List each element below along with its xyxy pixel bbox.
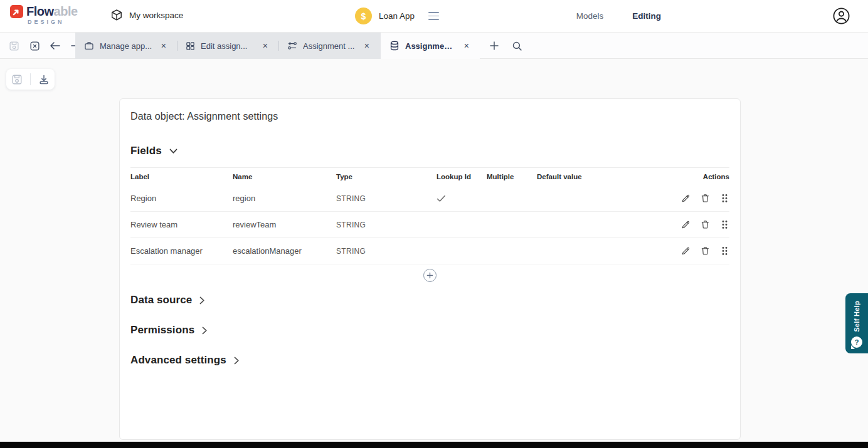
row-actions [672,246,729,256]
tabs-strip: Manage app... × Edit assign... × [75,33,381,59]
col-label: Label [130,173,233,180]
model-toolbar [6,69,55,90]
self-help-label: Self Help [853,301,860,332]
field-name: escalationManager [233,246,336,256]
user-avatar[interactable] [832,7,850,25]
drag-handle-icon[interactable] [719,194,729,204]
col-lookup-id: Lookup Id [437,173,487,180]
edit-field-icon[interactable] [680,220,691,230]
flowable-logo: Flowable DESIGN [10,4,92,25]
chevron-right-icon [202,326,208,335]
chevron-right-icon [199,296,205,305]
data-source-title: Data source [130,294,192,306]
self-help-tab[interactable]: Self Help ? [845,293,868,353]
delete-field-icon[interactable] [700,220,710,230]
advanced-settings-title: Advanced settings [130,354,226,367]
field-label: Review team [130,220,233,229]
delete-field-icon[interactable] [700,194,710,204]
save-model-icon[interactable] [9,71,25,88]
field-label: Escalation manager [130,246,233,256]
lookup-id-checkmark-icon [437,195,487,202]
close-all-tabs-icon[interactable] [28,39,41,52]
app-name: Loan App [379,11,415,21]
col-default-value: Default value [537,173,672,180]
tab-manage-app[interactable]: Manage app... × [75,33,177,59]
tab-assignment-process[interactable]: Assignment ... × [278,33,380,59]
field-type: STRING [336,194,437,203]
nav-models[interactable]: Models [576,11,604,21]
nav-editing[interactable]: Editing [632,11,661,21]
workspace-label: My workspace [129,11,183,20]
app-header: Flowable DESIGN My workspace $ Loan App … [0,0,868,33]
tab-actions [488,33,523,59]
field-label: Region [130,194,233,203]
field-type: STRING [336,247,437,256]
tab-edit-assignment[interactable]: Edit assign... × [177,33,278,59]
help-question-icon: ? [851,336,862,348]
row-actions [672,220,729,230]
table-row: Region region STRING [130,185,729,212]
briefcase-icon [84,41,94,51]
col-name: Name [233,173,336,180]
permissions-title: Permissions [130,324,194,336]
fields-section-title: Fields [130,145,162,157]
toolbar-divider [30,73,31,85]
tab-label: Assignment... [405,41,457,51]
search-tabs-icon[interactable] [511,39,523,52]
grid-icon [186,41,195,51]
app-badge: $ [355,8,372,24]
edit-field-icon[interactable] [680,246,691,256]
tab-assignment-dataobject-active[interactable]: Assignment... × [381,33,480,59]
col-actions: Actions [672,173,729,180]
tab-label: Edit assign... [201,41,255,51]
database-icon [389,41,400,51]
close-tab-icon[interactable]: × [261,40,270,51]
add-field-row [130,269,729,282]
close-tab-icon[interactable]: × [363,40,371,51]
back-icon[interactable] [49,39,61,52]
delete-field-icon[interactable] [700,246,710,256]
app-menu-icon[interactable] [426,10,441,21]
tab-bar: Manage app... × Edit assign... × [0,33,868,59]
col-multiple: Multiple [487,173,537,180]
field-name: reviewTeam [233,220,336,229]
cube-icon [110,9,123,21]
close-tab-icon[interactable]: × [159,40,168,51]
screen: Flowable DESIGN My workspace $ Loan App … [0,0,868,448]
col-type: Type [336,173,437,180]
fields-table: Label Name Type Lookup Id Multiple Defau… [130,167,729,264]
close-tab-icon[interactable]: × [462,40,471,51]
data-source-section-toggle[interactable]: Data source [130,294,729,306]
field-type: STRING [336,221,437,229]
table-row: Escalation manager escalationManager STR… [130,238,729,264]
chevron-right-icon [234,357,240,365]
collapsed-sections: Data source Permissions Advanced setting… [130,294,729,367]
bottom-black-bar [0,442,868,448]
app-switcher: $ Loan App [355,8,441,24]
chevron-down-icon [169,148,177,154]
table-row: Review team reviewTeam STRING [130,212,729,238]
new-tab-icon[interactable] [488,39,500,52]
publish-model-icon[interactable] [36,71,52,88]
tab-label: Manage app... [100,41,154,51]
tab-label: Assignment ... [303,41,357,51]
content-area: Data object: Assignment settings Fields … [0,59,868,442]
drag-handle-icon[interactable] [719,246,729,256]
edit-field-icon[interactable] [680,194,691,204]
page-title: Data object: Assignment settings [130,111,729,122]
tab-toolbar [5,33,82,59]
permissions-section-toggle[interactable]: Permissions [130,324,729,336]
add-field-button[interactable] [423,269,437,282]
save-icon[interactable] [8,39,20,52]
fields-table-header: Label Name Type Lookup Id Multiple Defau… [130,168,729,185]
workspace-selector[interactable]: My workspace [110,9,183,21]
sliders-icon [287,41,297,51]
brand-subtitle: DESIGN [28,19,92,25]
data-object-panel: Data object: Assignment settings Fields … [119,98,741,440]
row-actions [672,194,729,204]
drag-handle-icon[interactable] [719,220,729,230]
top-navigation: Models Editing [576,11,661,21]
brand-name: Flowable [26,4,78,18]
fields-section-toggle[interactable]: Fields [130,145,729,157]
advanced-settings-section-toggle[interactable]: Advanced settings [130,354,729,367]
